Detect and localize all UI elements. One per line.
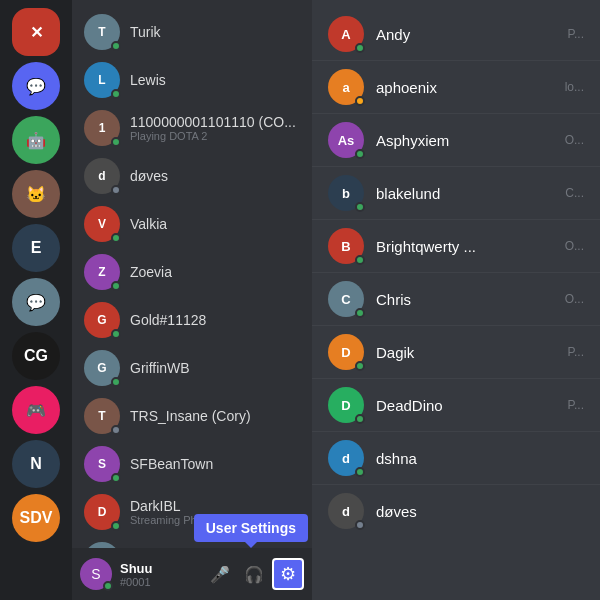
status-dot-7 — [111, 377, 121, 387]
server-icon-empyrean[interactable]: E — [12, 224, 60, 272]
friend-info-4: Valkia — [130, 216, 300, 232]
avatar-wrapper-7: G — [84, 350, 120, 386]
friend-right-item-9[interactable]: ddøves — [312, 484, 600, 537]
avatar-wrapper-3: d — [84, 158, 120, 194]
right-status-dot-5 — [355, 308, 365, 318]
friend-name-9: SFBeanTown — [130, 456, 300, 472]
friend-item-1[interactable]: LLewis — [76, 56, 308, 104]
friend-right-item-5[interactable]: CChrisO... — [312, 272, 600, 325]
avatar-wrapper-4: V — [84, 206, 120, 242]
friend-right-status-6: P... — [568, 345, 584, 359]
status-dot-4 — [111, 233, 121, 243]
friend-right-status-1: lo... — [565, 80, 584, 94]
status-dot-0 — [111, 41, 121, 51]
friend-right-status-4: O... — [565, 239, 584, 253]
friend-right-name-0: Andy — [376, 26, 556, 43]
friend-item-0[interactable]: TTurik — [76, 8, 308, 56]
avatar-wrapper-1: L — [84, 62, 120, 98]
right-status-dot-3 — [355, 202, 365, 212]
friend-right-item-6[interactable]: DDagikP... — [312, 325, 600, 378]
friend-right-item-3[interactable]: bblakelundC... — [312, 166, 600, 219]
server-icon-n-server[interactable]: N — [12, 440, 60, 488]
status-dot-5 — [111, 281, 121, 291]
avatar-wrapper-6: G — [84, 302, 120, 338]
right-status-dot-9 — [355, 520, 365, 530]
server-icon-tool-server[interactable]: ✕ — [12, 8, 60, 56]
friends-list: TTurikLLewis11100000001101110 (CO...Play… — [72, 0, 312, 548]
friend-item-7[interactable]: GGriffinWB — [76, 344, 308, 392]
friend-right-name-8: dshna — [376, 450, 584, 467]
right-status-dot-0 — [355, 43, 365, 53]
friend-info-3: døves — [130, 168, 300, 184]
right-avatar-wrapper-5: C — [328, 281, 364, 317]
server-sidebar: ✕💬🤖🐱E💬CG🎮NSDV — [0, 0, 72, 600]
friend-info-0: Turik — [130, 24, 300, 40]
friend-item-3[interactable]: ddøves — [76, 152, 308, 200]
friend-right-name-6: Dagik — [376, 344, 556, 361]
friend-item-5[interactable]: ZZoevia — [76, 248, 308, 296]
avatar-wrapper-5: Z — [84, 254, 120, 290]
friend-item-6[interactable]: GGold#11128 — [76, 296, 308, 344]
friend-right-item-0[interactable]: AAndyP... — [312, 8, 600, 60]
friend-right-item-2[interactable]: AsAsphyxiemO... — [312, 113, 600, 166]
right-status-dot-4 — [355, 255, 365, 265]
right-avatar-wrapper-7: D — [328, 387, 364, 423]
friend-name-3: døves — [130, 168, 300, 184]
user-settings-tooltip: User Settings — [194, 514, 308, 542]
friend-info-1: Lewis — [130, 72, 300, 88]
friend-item-9[interactable]: SSFBeanTown — [76, 440, 308, 488]
friend-info-2: 1100000001101110 (CO...Playing DOTA 2 — [130, 114, 300, 142]
mute-button[interactable]: 🎤 — [204, 558, 236, 590]
friend-name-6: Gold#11128 — [130, 312, 300, 328]
server-icon-sdv-server[interactable]: SDV — [12, 494, 60, 542]
right-avatar-wrapper-2: As — [328, 122, 364, 158]
friend-right-status-5: O... — [565, 292, 584, 306]
friend-right-name-5: Chris — [376, 291, 553, 308]
friend-right-item-8[interactable]: ddshna — [312, 431, 600, 484]
right-avatar-wrapper-1: a — [328, 69, 364, 105]
avatar-wrapper-0: T — [84, 14, 120, 50]
avatar-wrapper-11: C — [84, 542, 120, 548]
user-avatar-wrapper: S — [80, 558, 112, 590]
status-dot-9 — [111, 473, 121, 483]
status-dot-8 — [111, 425, 121, 435]
right-avatar-wrapper-4: B — [328, 228, 364, 264]
status-dot-10 — [111, 521, 121, 531]
friend-item-2[interactable]: 11100000001101110 (CO...Playing DOTA 2 — [76, 104, 308, 152]
friend-right-name-9: døves — [376, 503, 584, 520]
friend-right-status-2: O... — [565, 133, 584, 147]
friend-right-name-7: DeadDino — [376, 397, 556, 414]
server-icon-cogents[interactable]: CG — [12, 332, 60, 380]
friend-right-item-1[interactable]: aaphoenixlo... — [312, 60, 600, 113]
user-settings-button[interactable]: ⚙ — [272, 558, 304, 590]
right-status-dot-1 — [355, 96, 365, 106]
avatar-wrapper-9: S — [84, 446, 120, 482]
right-status-dot-2 — [355, 149, 365, 159]
friend-item-4[interactable]: VValkia — [76, 200, 308, 248]
deafen-button[interactable]: 🎧 — [238, 558, 270, 590]
server-icon-cat-server[interactable]: 🐱 — [12, 170, 60, 218]
friend-name-4: Valkia — [130, 216, 300, 232]
user-status-dot — [103, 581, 113, 591]
friend-info-7: GriffinWB — [130, 360, 300, 376]
friend-item-8[interactable]: TTRS_Insane (Cory) — [76, 392, 308, 440]
friend-right-name-4: Brightqwerty ... — [376, 238, 553, 255]
user-panel-controls: 🎤 🎧 ⚙ — [204, 558, 304, 590]
server-icon-chat-server[interactable]: 💬 — [12, 278, 60, 326]
friend-info-5: Zoevia — [130, 264, 300, 280]
friend-right-item-4[interactable]: BBrightqwerty ...O... — [312, 219, 600, 272]
user-panel-name: Shuu — [120, 561, 196, 576]
friend-right-item-7[interactable]: DDeadDinoP... — [312, 378, 600, 431]
right-avatar-wrapper-9: d — [328, 493, 364, 529]
server-icon-bot-server[interactable]: 🤖 — [12, 116, 60, 164]
friend-sub-2: Playing DOTA 2 — [130, 130, 300, 142]
friends-right-list: AAndyP...aaphoenixlo...AsAsphyxiemO...bb… — [312, 0, 600, 600]
friend-info-6: Gold#11128 — [130, 312, 300, 328]
server-icon-discord-server[interactable]: 💬 — [12, 62, 60, 110]
avatar-wrapper-2: 1 — [84, 110, 120, 146]
server-icon-game-server[interactable]: 🎮 — [12, 386, 60, 434]
friend-info-8: TRS_Insane (Cory) — [130, 408, 300, 424]
right-avatar-wrapper-8: d — [328, 440, 364, 476]
friend-name-8: TRS_Insane (Cory) — [130, 408, 300, 424]
friend-right-name-2: Asphyxiem — [376, 132, 553, 149]
